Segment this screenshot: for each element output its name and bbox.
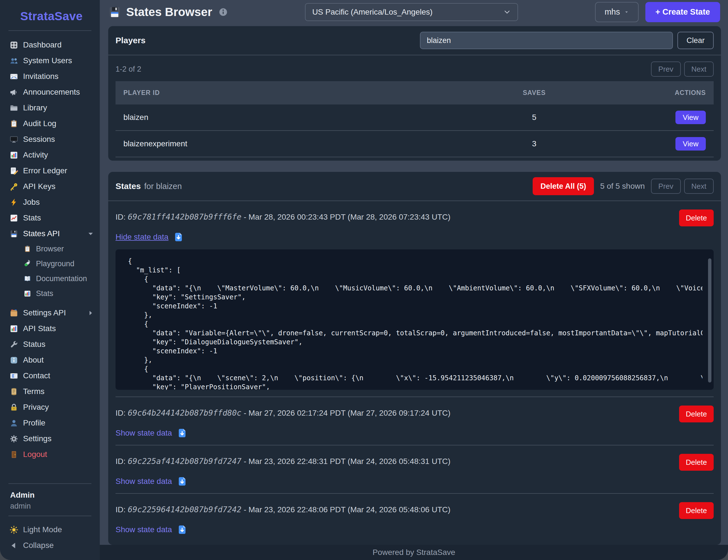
sidebar-item-label: Profile <box>23 418 45 427</box>
state-json-block: { "m_list": [ { "data": "{\n \"MasterVol… <box>116 250 714 390</box>
app-root: StrataSave DashboardSystem UsersInvitati… <box>0 0 728 560</box>
sidebar-item-sessions[interactable]: Sessions <box>10 132 100 147</box>
states-panel-header: States for blaizen Delete All (5) 5 of 5… <box>108 172 721 201</box>
download-icon[interactable] <box>177 476 187 486</box>
sidebar-item-error-ledger[interactable]: Error Ledger <box>10 163 100 179</box>
light-mode-label: Light Mode <box>23 525 62 534</box>
sidebar-item-api-keys[interactable]: API Keys <box>10 179 100 194</box>
state-id-line: ID: 69c781ff4142b087b9fff6fe - Mar 28, 2… <box>116 210 451 222</box>
sidebar-item-label: Stats <box>36 289 53 298</box>
sidebar-item-about[interactable]: About <box>10 352 100 368</box>
column-actions: ACTIONS <box>606 81 714 105</box>
state-entry: ID: 69c781ff4142b087b9fff6fe - Mar 28, 2… <box>116 201 714 397</box>
light-mode-toggle[interactable]: Light Mode <box>10 522 100 538</box>
delete-state-button[interactable]: Delete <box>679 454 714 471</box>
toggle-state-data-link[interactable]: Show state data <box>116 428 172 437</box>
state-toggle-row: Hide state data <box>116 232 714 242</box>
sidebar-item-settings[interactable]: Settings <box>10 431 100 446</box>
sidebar-item-contact[interactable]: Contact <box>10 368 100 384</box>
state-entry-header: ID: 69c64b244142b087b9ffd80c - Mar 27, 2… <box>116 405 714 422</box>
envelope-icon <box>10 72 18 81</box>
player-id-cell: blaizenexperiment <box>116 131 462 157</box>
download-icon[interactable] <box>173 232 184 242</box>
state-id: 69c225af4142b087b9fd7247 <box>128 457 242 466</box>
sidebar-item-logout[interactable]: Logout <box>10 446 100 462</box>
download-icon[interactable] <box>177 428 187 438</box>
sidebar-item-jobs[interactable]: Jobs <box>10 194 100 210</box>
sidebar-item-label: Jobs <box>23 198 40 207</box>
next-button[interactable]: Next <box>684 62 714 77</box>
sidebar-item-label: Dashboard <box>23 40 62 49</box>
barchart-icon <box>10 151 18 160</box>
players-search-input[interactable] <box>420 32 673 49</box>
sidebar-item-label: About <box>23 355 44 364</box>
sidebar-item-profile[interactable]: Profile <box>10 415 100 431</box>
sidebar-item-system-users[interactable]: System Users <box>10 53 100 69</box>
sidebar-item-audit-log[interactable]: Audit Log <box>10 116 100 132</box>
players-title: Players <box>116 36 146 45</box>
info-square-icon <box>10 356 18 364</box>
sidebar-item-privacy[interactable]: Privacy <box>10 399 100 415</box>
toggle-state-data-link[interactable]: Show state data <box>116 525 172 534</box>
delete-state-button[interactable]: Delete <box>679 405 714 422</box>
sidebar-item-stats[interactable]: Stats <box>10 210 100 226</box>
state-toggle-row: Show state data <box>116 428 714 438</box>
prev-button[interactable]: Prev <box>651 179 680 194</box>
door-icon <box>10 450 18 459</box>
chart-line-icon <box>10 214 18 223</box>
sidebar-item-dashboard[interactable]: Dashboard <box>10 37 100 53</box>
caret-down-icon <box>86 230 95 238</box>
sidebar-bottom: Admin admin Light Mode Collapse <box>0 483 100 560</box>
view-button[interactable]: View <box>675 137 706 151</box>
column-saves: SAVES <box>462 81 606 105</box>
footer-text: Powered by StrataSave <box>372 548 455 557</box>
sidebar-item-label: Audit Log <box>23 119 56 128</box>
app-logo[interactable]: StrataSave <box>0 0 100 30</box>
players-table-body: blaizen5Viewblaizenexperiment3View <box>116 105 714 157</box>
gear-icon <box>10 434 18 443</box>
sidebar-item-terms[interactable]: Terms <box>10 384 100 399</box>
sidebar-item-states-api[interactable]: States API <box>10 226 100 242</box>
view-button[interactable]: View <box>675 111 706 124</box>
sidebar-item-label: Activity <box>23 151 48 160</box>
next-button[interactable]: Next <box>684 179 714 194</box>
sidebar-item-browser[interactable]: Browser <box>10 242 100 257</box>
sidebar-item-announcements[interactable]: Announcements <box>10 84 100 100</box>
timezone-select[interactable]: US Pacific (America/Los_Angeles) <box>305 3 518 21</box>
delete-state-button[interactable]: Delete <box>679 502 714 519</box>
sidebar-item-api-stats[interactable]: API Stats <box>10 321 100 336</box>
players-table: PLAYER ID SAVES ACTIONS blaizen5Viewblai… <box>116 81 714 157</box>
players-panel-body: 1-2 of 2 Prev Next PLAYER ID SAVES ACTIO… <box>108 55 721 161</box>
state-id-label: ID: <box>116 409 128 417</box>
megaphone-icon <box>10 88 18 97</box>
sidebar-item-playground[interactable]: Playground <box>10 257 100 271</box>
code-scrollbar[interactable] <box>708 259 711 382</box>
sidebar-item-label: Settings <box>23 434 51 443</box>
collapse-button[interactable]: Collapse <box>10 538 100 553</box>
download-icon[interactable] <box>177 525 187 535</box>
sidebar-item-invitations[interactable]: Invitations <box>10 69 100 84</box>
toggle-state-data-link[interactable]: Show state data <box>116 477 172 486</box>
dashboard-icon <box>10 41 18 49</box>
toggle-state-data-link[interactable]: Hide state data <box>116 233 168 242</box>
state-entry: ID: 69c64b244142b087b9ffd80c - Mar 27, 2… <box>116 397 714 445</box>
sidebar: StrataSave DashboardSystem UsersInvitati… <box>0 0 100 560</box>
sidebar-item-stats[interactable]: Stats <box>10 286 100 301</box>
delete-all-button[interactable]: Delete All (5) <box>533 177 594 195</box>
sidebar-item-documentation[interactable]: Documentation <box>10 271 100 286</box>
header-actions: mhs + Create State <box>595 2 720 22</box>
sidebar-item-activity[interactable]: Activity <box>10 147 100 163</box>
user-menu-button[interactable]: mhs <box>595 2 639 22</box>
delete-state-button[interactable]: Delete <box>679 210 714 226</box>
caret-down-icon <box>624 10 629 15</box>
players-pagination-row: 1-2 of 2 Prev Next <box>116 55 714 81</box>
prev-button[interactable]: Prev <box>651 62 680 77</box>
sidebar-item-library[interactable]: Library <box>10 100 100 116</box>
key-icon <box>10 182 18 191</box>
clear-button[interactable]: Clear <box>677 32 714 49</box>
sidebar-item-status[interactable]: Status <box>10 336 100 352</box>
sidebar-item-settings-api[interactable]: Settings API <box>10 305 100 321</box>
state-entry-header: ID: 69c225964142b087b9fd7242 - Mar 23, 2… <box>116 502 714 519</box>
create-state-button[interactable]: + Create State <box>645 2 720 22</box>
info-icon[interactable] <box>218 7 228 17</box>
